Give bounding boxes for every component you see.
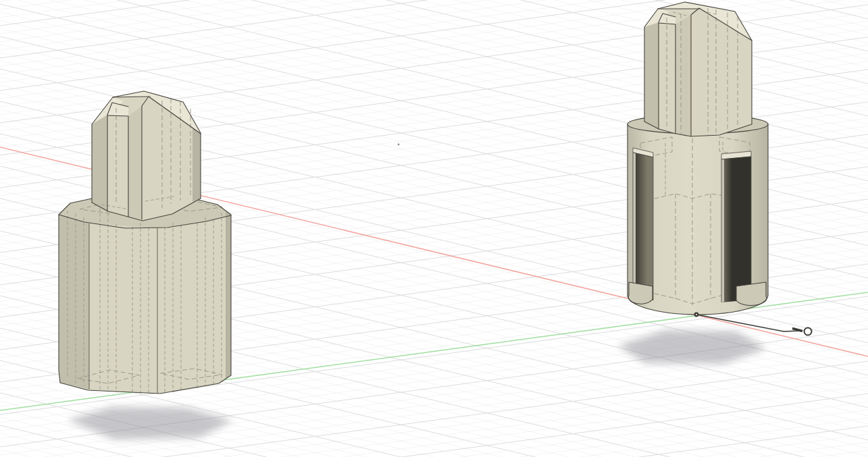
cylinder-left-fin[interactable] bbox=[628, 282, 653, 304]
annotation-handle-circle[interactable] bbox=[805, 328, 812, 335]
cad-viewport[interactable] bbox=[0, 0, 868, 457]
cylinder-left-slot[interactable] bbox=[633, 148, 653, 300]
left-model-base[interactable] bbox=[59, 194, 231, 394]
cylinder-right-fin[interactable] bbox=[736, 282, 767, 305]
view-pivot-dot bbox=[398, 144, 400, 146]
right-model-cross-key[interactable] bbox=[644, 2, 752, 136]
origin-point-marker-core bbox=[696, 314, 697, 315]
right-model-shadow bbox=[618, 330, 767, 364]
viewport-canvas[interactable] bbox=[0, 0, 868, 457]
left-model-cross-key[interactable] bbox=[92, 91, 201, 221]
right-model[interactable] bbox=[628, 2, 768, 315]
left-model[interactable] bbox=[59, 91, 231, 394]
cylinder-right-slot[interactable] bbox=[721, 151, 751, 302]
